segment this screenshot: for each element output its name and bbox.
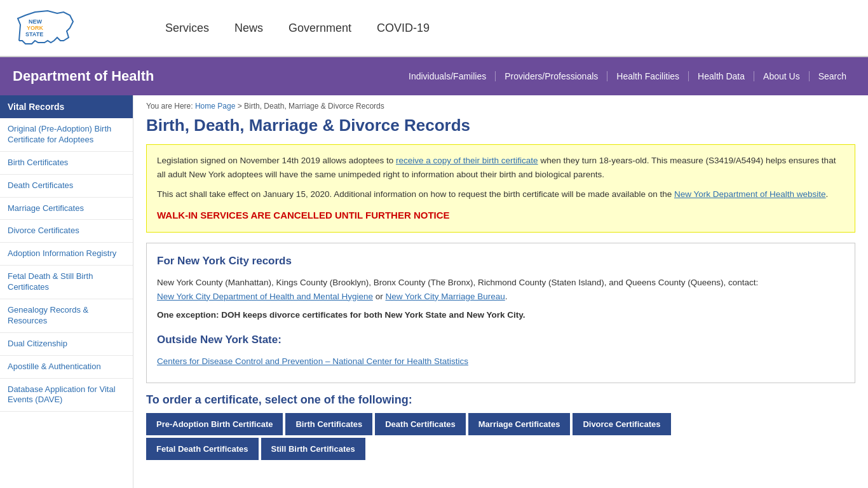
ny-state-logo: NEW YORK STATE — [13, 6, 89, 50]
nyc-or-text: or — [373, 292, 386, 301]
nyc-section: For New York City records New York Count… — [146, 243, 855, 383]
svg-text:YORK: YORK — [27, 25, 44, 31]
breadcrumb: You are Here: Home Page > Birth, Death, … — [146, 102, 855, 111]
logo-area: NEW YORK STATE — [13, 6, 140, 50]
nyc-exception-text: One exception: DOH keeps divorce certifi… — [157, 310, 525, 320]
sidebar-item-marriage-certs[interactable]: Marriage Certificates — [0, 198, 133, 220]
btn-birth-certificates[interactable]: Birth Certificates — [285, 413, 372, 435]
info-box: Legislation signed on November 14th 2019… — [146, 144, 855, 233]
breadcrumb-separator: > — [238, 102, 244, 111]
walk-in-notice: WALK-IN SERVICES ARE CANCELLED UNTIL FUR… — [157, 208, 844, 223]
content-area: You are Here: Home Page > Birth, Death, … — [133, 95, 868, 488]
nav-providers-professionals[interactable]: Providers/Professionals — [496, 71, 607, 81]
sidebar-item-pre-adoption-birth[interactable]: Original (Pre-Adoption) Birth Certificat… — [0, 118, 133, 152]
sidebar-item-adoption-registry[interactable]: Adoption Information Registry — [0, 243, 133, 266]
nav-government[interactable]: Government — [288, 22, 351, 35]
info-text-3: This act shall take effect on January 15… — [157, 189, 674, 199]
nyc-doh-link[interactable]: New York City Department of Health and M… — [157, 292, 373, 301]
nyc-section-heading: For New York City records — [157, 252, 844, 269]
outside-ny-heading: Outside New York State: — [157, 331, 844, 348]
cert-order-section: To order a certificate, select one of th… — [146, 393, 855, 460]
info-text-4: . — [826, 189, 829, 199]
nyc-marriage-bureau-link[interactable]: New York City Marriage Bureau — [385, 292, 505, 301]
nav-services[interactable]: Services — [165, 22, 209, 35]
page-title: Birth, Death, Marriage & Divorce Records — [146, 116, 855, 135]
btn-death-certificates[interactable]: Death Certificates — [375, 413, 466, 435]
svg-text:NEW: NEW — [29, 18, 43, 25]
sidebar-title: Vital Records — [0, 95, 133, 118]
cdc-link[interactable]: Centers for Disease Control and Preventi… — [157, 356, 468, 366]
breadcrumb-current: Birth, Death, Marriage & Divorce Records — [244, 102, 384, 111]
doh-website-link[interactable]: New York Department of Health website — [674, 189, 826, 199]
sidebar-item-apostille[interactable]: Apostille & Authentication — [0, 356, 133, 379]
btn-still-birth[interactable]: Still Birth Certificates — [261, 438, 365, 460]
sidebar-item-fetal-death[interactable]: Fetal Death & Still Birth Certificates — [0, 266, 133, 299]
cert-order-title: To order a certificate, select one of th… — [146, 393, 855, 407]
svg-text:STATE: STATE — [25, 31, 43, 37]
nyc-text-1: New York County (Manhattan), Kings Count… — [157, 278, 758, 287]
main-layout: Vital Records Original (Pre-Adoption) Bi… — [0, 95, 868, 488]
btn-marriage-certificates[interactable]: Marriage Certificates — [468, 413, 571, 435]
nav-search[interactable]: Search — [810, 71, 855, 81]
sidebar-item-death-certs[interactable]: Death Certificates — [0, 175, 133, 198]
breadcrumb-home[interactable]: Home Page — [195, 102, 235, 111]
btn-pre-adoption-birth[interactable]: Pre-Adoption Birth Certificate — [146, 413, 283, 435]
breadcrumb-prefix: You are Here: — [146, 102, 193, 111]
top-nav-links: Services News Government COVID-19 — [165, 22, 430, 35]
top-navigation: NEW YORK STATE Services News Government … — [0, 0, 868, 57]
sidebar-item-divorce-certs[interactable]: Divorce Certificates — [0, 220, 133, 243]
sidebar-item-genealogy[interactable]: Genealogy Records & Resources — [0, 299, 133, 333]
cert-buttons-row1: Pre-Adoption Birth Certificate Birth Cer… — [146, 413, 855, 435]
purple-header: Department of Health Individuals/Familie… — [0, 57, 868, 95]
nav-individuals-families[interactable]: Individuals/Families — [400, 71, 496, 81]
btn-fetal-death[interactable]: Fetal Death Certificates — [146, 438, 259, 460]
nav-health-data[interactable]: Health Data — [689, 71, 754, 81]
sidebar-item-birth-certs[interactable]: Birth Certificates — [0, 152, 133, 175]
nav-about-us[interactable]: About Us — [754, 71, 810, 81]
sidebar-item-dave[interactable]: Database Application for Vital Events (D… — [0, 379, 133, 412]
cert-buttons-row2: Fetal Death Certificates Still Birth Cer… — [146, 438, 855, 460]
sidebar-item-dual-citizenship[interactable]: Dual Citizenship — [0, 333, 133, 356]
nav-news[interactable]: News — [234, 22, 263, 35]
nav-covid[interactable]: COVID-19 — [377, 22, 430, 35]
department-title: Department of Health — [13, 68, 191, 85]
nav-health-facilities[interactable]: Health Facilities — [607, 71, 689, 81]
sidebar: Vital Records Original (Pre-Adoption) Bi… — [0, 95, 133, 488]
btn-divorce-certificates[interactable]: Divorce Certificates — [573, 413, 670, 435]
birth-cert-link[interactable]: receive a copy of their birth certificat… — [396, 156, 538, 165]
purple-nav: Individuals/Families Providers/Professio… — [191, 71, 855, 81]
info-text-1: Legislation signed on November 14th 2019… — [157, 156, 396, 165]
